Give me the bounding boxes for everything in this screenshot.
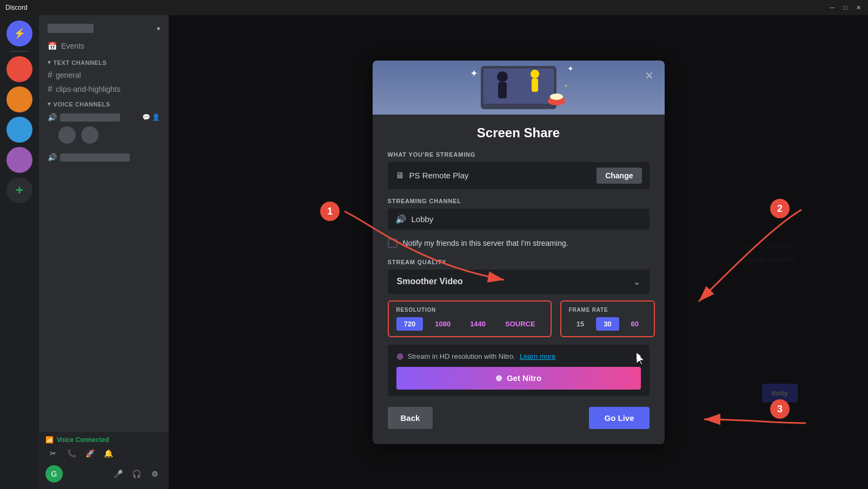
minimize-button[interactable]: ─ <box>828 3 837 12</box>
server-icon-2[interactable] <box>6 86 32 112</box>
nitro-btn-icon: ⊛ <box>495 373 502 383</box>
hash-icon: # <box>48 70 52 80</box>
server-header: ████████ ▾ <box>39 15 169 37</box>
voice-connected-status: 📶 Voice Connected <box>45 436 162 444</box>
modal-banner: ✦ ✦ ⭑ <box>373 61 665 115</box>
banner-illustration: ✦ ✦ ⭑ <box>448 61 589 115</box>
framerate-60[interactable]: 60 <box>624 317 646 331</box>
title-bar: Discord ─ □ ✕ <box>0 0 868 15</box>
nitro-upsell: ⊛ Stream in HD resolution with Nitro. Le… <box>388 345 650 396</box>
channel-row: 🔊 Lobby <box>388 209 650 230</box>
svg-rect-1 <box>483 69 554 104</box>
collapse-icon: ▾ <box>48 59 51 66</box>
add-server-button[interactable]: + <box>6 177 32 203</box>
app-body: ⚡ + ████████ ▾ 📅 Events ▾ Text Channels … <box>0 15 868 489</box>
quality-options-row: RESOLUTION 720 1080 1440 SOURCE FRAME RA… <box>388 300 650 337</box>
resolution-1080[interactable]: 1080 <box>427 317 458 331</box>
resolution-source[interactable]: SOURCE <box>498 317 543 331</box>
quality-chevron-icon: ⌄ <box>633 277 640 287</box>
framerate-box: FRAME RATE 15 30 60 <box>560 300 655 337</box>
nitro-upsell-text: ⊛ Stream in HD resolution with Nitro. Le… <box>396 351 641 361</box>
quality-dropdown[interactable]: Smoother Video ⌄ <box>388 270 650 294</box>
svg-text:⭑: ⭑ <box>565 82 568 89</box>
quality-section-label: STREAM QUALITY <box>388 259 650 265</box>
mute-button[interactable]: 🎤 <box>110 466 125 481</box>
voice-ctrl-1[interactable]: ✂ <box>45 446 61 461</box>
framerate-30[interactable]: 30 <box>596 317 619 331</box>
voice-channel-name-2: ██████████████ <box>60 153 130 162</box>
svg-text:✦: ✦ <box>470 68 478 79</box>
voice-ctrl-3[interactable]: 🚀 <box>82 446 97 461</box>
voice-user-avatar-2 <box>81 126 98 144</box>
change-button[interactable]: Change <box>597 168 641 184</box>
voice-channel-name-1: ████████████ <box>60 113 120 122</box>
voice-user-avatar <box>58 126 76 144</box>
discord-icon[interactable]: ⚡ <box>6 21 32 46</box>
streaming-section-label: WHAT YOU'RE STREAMING <box>388 151 650 158</box>
modal-close-button[interactable]: ✕ <box>641 67 658 84</box>
deafen-button[interactable]: 🎧 <box>129 466 144 481</box>
voice-collapse-icon: ▾ <box>48 101 51 108</box>
channel-name-clips: clips-and-highlights <box>56 85 121 93</box>
framerate-15[interactable]: 15 <box>569 317 592 331</box>
server-icon-1[interactable] <box>6 56 32 82</box>
svg-rect-3 <box>498 82 507 98</box>
main-content: o start chatting. aborate together. tivi… <box>169 15 868 489</box>
framerate-options: 15 30 60 <box>569 317 646 331</box>
user-controls: 🎤 🎧 ⚙ <box>110 466 162 481</box>
channel-name-general: general <box>56 71 81 79</box>
server-chevron-icon: ▾ <box>157 25 160 32</box>
signal-icon: 📶 <box>45 436 54 444</box>
channel-clips[interactable]: # clips-and-highlights <box>39 82 169 96</box>
go-live-button[interactable]: Go Live <box>589 407 649 429</box>
modal-footer: Back Go Live <box>388 407 650 429</box>
window-controls: ─ □ ✕ <box>828 3 863 12</box>
get-nitro-button[interactable]: ⊛ Get Nitro <box>396 367 641 390</box>
notify-row: Notify my friends in this server that I'… <box>388 238 650 248</box>
svg-point-4 <box>531 70 539 78</box>
modal-banner-inner: ✦ ✦ ⭑ <box>373 61 665 115</box>
notify-checkbox[interactable] <box>388 238 397 248</box>
events-item[interactable]: 📅 Events <box>39 37 169 55</box>
resolution-box: RESOLUTION 720 1080 1440 SOURCE <box>388 300 552 337</box>
server-icon-3[interactable] <box>6 117 32 143</box>
svg-rect-5 <box>532 78 538 92</box>
screen-icon: 🖥 <box>395 171 404 180</box>
settings-button[interactable]: ⚙ <box>147 466 162 481</box>
voice-channel-2[interactable]: 🔊 ██████████████ <box>39 150 169 165</box>
server-name[interactable]: ████████ <box>48 24 94 33</box>
maximize-button[interactable]: □ <box>841 3 850 12</box>
learn-more-link[interactable]: Learn more <box>520 352 555 360</box>
streaming-channel-name: Lobby <box>412 215 434 224</box>
modal-body: Screen Share WHAT YOU'RE STREAMING 🖥 PS … <box>373 115 665 444</box>
source-row: 🖥 PS Remote Play Change <box>388 162 650 189</box>
channel-general[interactable]: # general <box>39 68 169 82</box>
voice-connected-bar: 📶 Voice Connected ✂ 📞 🚀 🔔 G 🎤 🎧 ⚙ <box>39 432 169 489</box>
back-button[interactable]: Back <box>388 407 433 429</box>
server-icon-4[interactable] <box>6 147 32 173</box>
quality-selected-text: Smoother Video <box>397 277 463 286</box>
voice-channel-icons: 💬 👤 <box>142 113 160 121</box>
nitro-icon: ⊛ <box>396 351 403 361</box>
voice-channels-label: ▾ Voice Channels <box>39 96 169 110</box>
speaker-icon: 🔊 <box>48 113 57 122</box>
resolution-720[interactable]: 720 <box>396 317 423 331</box>
voice-ctrl-4[interactable]: 🔔 <box>101 446 116 461</box>
voice-ctrl-2[interactable]: 📞 <box>64 446 79 461</box>
events-label: Events <box>61 42 84 50</box>
user-area: G 🎤 🎧 ⚙ <box>45 463 162 485</box>
text-channels-label: ▾ Text Channels <box>39 55 169 68</box>
sidebar-divider <box>11 51 28 52</box>
voice-controls: ✂ 📞 🚀 🔔 <box>45 444 162 463</box>
user-avatar: G <box>45 465 63 483</box>
svg-point-2 <box>497 71 508 82</box>
resolution-1440[interactable]: 1440 <box>462 317 493 331</box>
modal-overlay: ✦ ✦ ⭑ ✕ Screen Share WHAT YOU'RE STREAMI… <box>169 15 868 489</box>
close-window-button[interactable]: ✕ <box>854 3 863 12</box>
resolution-label: RESOLUTION <box>396 307 543 313</box>
speaker-channel-icon: 🔊 <box>395 214 406 224</box>
voice-channel-1[interactable]: 🔊 ████████████ 💬 👤 <box>39 110 169 125</box>
svg-point-8 <box>550 93 563 100</box>
channel-sidebar: ████████ ▾ 📅 Events ▾ Text Channels # ge… <box>39 15 169 489</box>
screen-share-modal: ✦ ✦ ⭑ ✕ Screen Share WHAT YOU'RE STREAMI… <box>373 61 665 444</box>
